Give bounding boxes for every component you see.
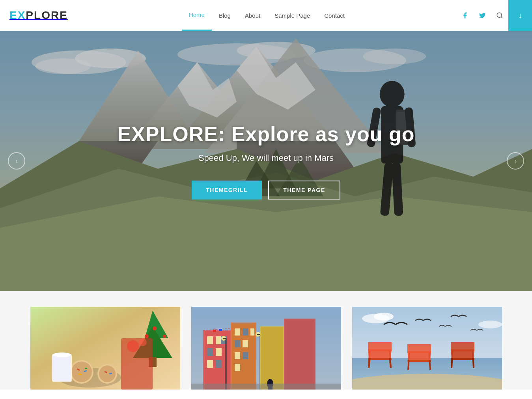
- svg-point-48: [53, 352, 71, 357]
- hero-section: EXPLORE: Explore as you go Speed Up, We …: [0, 31, 532, 291]
- svg-rect-65: [216, 360, 222, 368]
- nav-contact[interactable]: Contact: [317, 0, 352, 31]
- site-header: EXPLORE Home Blog About Sample Page Cont…: [0, 0, 532, 31]
- hero-subtitle: Speed Up, We will meet up in Mars: [198, 153, 334, 163]
- svg-point-38: [163, 335, 166, 338]
- svg-rect-73: [235, 352, 240, 359]
- svg-point-41: [71, 362, 92, 382]
- cards-section: [0, 291, 532, 390]
- svg-rect-75: [235, 364, 240, 371]
- hero-prev-button[interactable]: ‹: [8, 152, 25, 170]
- twitter-icon[interactable]: [474, 0, 491, 31]
- svg-rect-90: [213, 330, 216, 332]
- svg-point-36: [153, 326, 157, 330]
- svg-rect-60: [216, 336, 222, 344]
- svg-point-55: [139, 338, 147, 346]
- card-food[interactable]: [30, 307, 180, 390]
- svg-point-0: [497, 13, 502, 17]
- hero-next-button[interactable]: ›: [507, 152, 524, 170]
- hero-content: EXPLORE: Explore as you go Speed Up, We …: [0, 31, 532, 291]
- svg-point-54: [127, 340, 139, 352]
- hero-buttons: THEMEGRILL THEME PAGE: [192, 181, 340, 200]
- svg-rect-64: [207, 360, 213, 368]
- svg-point-50: [99, 365, 116, 382]
- svg-rect-71: [235, 340, 240, 347]
- svg-rect-109: [451, 358, 474, 360]
- logo-rest: PLORE: [26, 9, 67, 21]
- svg-point-117: [478, 321, 502, 328]
- card-buildings[interactable]: [191, 307, 341, 390]
- svg-rect-68: [235, 328, 240, 336]
- svg-rect-69: [243, 328, 248, 336]
- logo-ex: EX: [9, 9, 26, 21]
- main-nav: Home Blog About Sample Page Contact: [182, 0, 352, 31]
- svg-rect-62: [207, 348, 213, 356]
- search-icon[interactable]: [491, 0, 508, 31]
- svg-rect-95: [368, 358, 392, 360]
- theme-page-button[interactable]: THEME PAGE: [268, 181, 340, 200]
- svg-rect-85: [285, 319, 315, 389]
- svg-point-37: [145, 334, 149, 338]
- nav-home[interactable]: Home: [182, 0, 212, 31]
- svg-line-1: [501, 17, 502, 18]
- nav-blog[interactable]: Blog: [212, 0, 238, 31]
- svg-marker-108: [407, 344, 431, 353]
- svg-rect-88: [191, 384, 341, 390]
- svg-point-116: [374, 313, 394, 321]
- svg-rect-103: [407, 360, 431, 362]
- svg-rect-72: [243, 340, 248, 347]
- site-logo[interactable]: EXPLORE: [0, 9, 77, 22]
- svg-rect-63: [216, 348, 222, 356]
- nav-sample-page[interactable]: Sample Page: [267, 0, 317, 31]
- svg-marker-114: [451, 342, 474, 351]
- card-beach[interactable]: [352, 307, 502, 390]
- svg-rect-74: [243, 352, 248, 359]
- svg-marker-102: [368, 342, 392, 351]
- facebook-icon[interactable]: [456, 0, 474, 31]
- svg-rect-47: [53, 355, 71, 381]
- cards-row: [24, 307, 508, 390]
- svg-rect-91: [219, 329, 222, 331]
- nav-icons: ↓: [456, 0, 532, 31]
- svg-rect-70: [250, 328, 254, 336]
- svg-rect-59: [207, 336, 213, 344]
- hero-title: EXPLORE: Explore as you go: [117, 122, 414, 146]
- svg-rect-83: [261, 327, 283, 389]
- nav-about[interactable]: About: [238, 0, 267, 31]
- download-button[interactable]: ↓: [508, 0, 532, 31]
- themegrill-button[interactable]: THEMEGRILL: [192, 181, 262, 200]
